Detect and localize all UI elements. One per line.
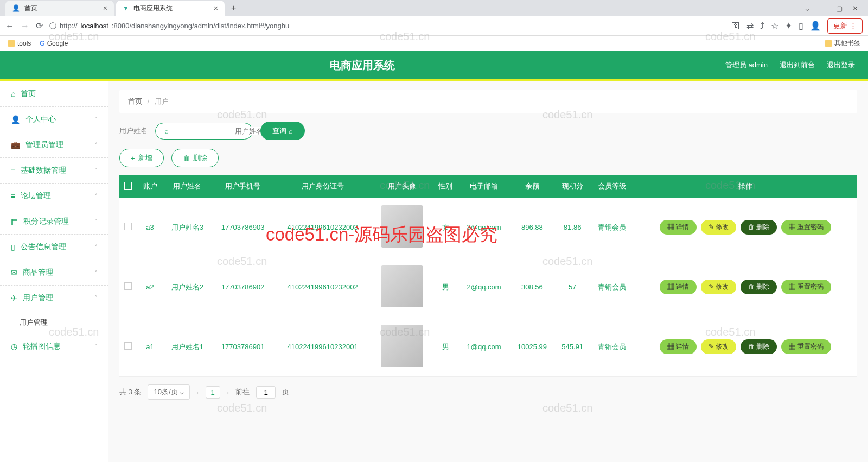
reset-pwd-button[interactable]: ▦ 重置密码 [781,280,831,294]
star-icon[interactable]: ☆ [771,21,778,31]
sidebar-item-8[interactable]: ✈用户管理˄ [0,286,108,311]
pagination: 共 3 条 10条/页 ⌵ ‹ 1 › 前往 页 [119,384,857,400]
folder-icon [825,40,832,47]
delete-button[interactable]: 🗑删除 [171,149,219,167]
reload-icon[interactable]: ⟳ [36,21,43,31]
sidebar-item-5[interactable]: ▦积分记录管理˅ [0,209,108,235]
sidebar: ⌂首页👤个人中心˅💼管理员管理˅≡基础数据管理˅≡论坛管理˅▦积分记录管理˅▯公… [0,81,108,462]
cell-level: 青铜会员 [590,257,634,317]
action-row: +新增 🗑删除 [119,149,857,167]
pagesize-select[interactable]: 10条/页 ⌵ [148,384,190,400]
browser-tab-home[interactable]: 👤 首页 × [5,1,114,16]
to-frontend-link[interactable]: 退出到前台 [780,60,815,70]
bookmark-tools[interactable]: tools [8,40,31,47]
sidebar-submenu-user[interactable]: 用户管理 [0,311,108,334]
key-icon[interactable]: ⚿ [731,21,740,31]
cell-account: a3 [137,198,163,257]
sidebar-item-4[interactable]: ≡论坛管理˅ [0,184,108,209]
col-header-6: 性别 [432,175,458,198]
bookmark-google[interactable]: GGoogle [40,40,68,47]
maximize-icon[interactable]: ▢ [836,4,843,12]
delete-row-button[interactable]: 🗑 删除 [741,339,777,354]
logout-link[interactable]: 退出登录 [827,60,855,70]
search-icon: ⌕ [164,127,169,135]
breadcrumb-home[interactable]: 首页 [128,97,142,105]
caret-icon[interactable]: ⌵ [805,4,809,12]
cell-email: 1@qq.com [458,317,509,377]
url-bar[interactable]: ⓘ http://localhost:8080/dianshangyingyon… [49,21,725,31]
reset-pwd-button[interactable]: ▦ 重置密码 [781,339,831,354]
close-window-icon[interactable]: ✕ [852,4,858,12]
goto-pre: 前往 [235,387,250,397]
goto-input[interactable] [256,386,276,399]
sidebar-item-7[interactable]: ✉商品管理˅ [0,260,108,286]
minimize-icon[interactable]: — [819,4,826,12]
chevron-down-icon: ˅ [94,116,98,123]
sidebar-item-9[interactable]: ◷轮播图信息˅ [0,334,108,359]
next-page[interactable]: › [227,388,229,396]
checkbox-all[interactable] [124,182,132,190]
chevron-up-icon: ˄ [94,295,98,302]
edit-button[interactable]: ✎ 修改 [701,220,736,235]
close-icon[interactable]: × [103,4,107,12]
menu-icon: ▯ [11,243,15,251]
cell-phone: 17703786901 [212,317,274,377]
avatar [381,325,423,367]
tab-bar: 👤 首页 × ▼ 电商应用系统 × + ⌵ — ▢ ✕ [0,0,868,16]
detail-button[interactable]: ▦ 详情 [660,280,696,294]
row-checkbox[interactable] [124,223,132,230]
table-row: a1 用户姓名1 17703786901 410224199610232001 … [119,317,857,377]
search-label: 用户姓名 [119,126,148,136]
col-header-10: 会员等级 [590,175,634,198]
panel-icon[interactable]: ▯ [799,21,803,31]
row-checkbox[interactable] [124,342,132,350]
detail-button[interactable]: ▦ 详情 [660,220,696,235]
cell-email: 3@qq.com [458,198,509,257]
admin-label[interactable]: 管理员 admin [725,60,768,70]
extensions-icon[interactable]: ✦ [785,21,792,31]
edit-button[interactable]: ✎ 修改 [701,339,736,354]
page-number[interactable]: 1 [206,386,220,399]
col-header-8: 余额 [509,175,554,198]
back-icon[interactable]: ← [5,21,14,31]
update-button[interactable]: 更新⋮ [827,18,863,34]
browser-chrome: 👤 首页 × ▼ 电商应用系统 × + ⌵ — ▢ ✕ ← → ⟳ ⓘ http… [0,0,868,51]
menu-label: 积分记录管理 [23,217,69,226]
col-header-5: 用户头像 [371,175,432,198]
sidebar-item-6[interactable]: ▯公告信息管理˅ [0,235,108,260]
search-input-wrap: ⌕ [155,123,253,140]
forward-icon[interactable]: → [21,21,29,31]
reset-pwd-button[interactable]: ▦ 重置密码 [781,220,831,235]
delete-row-button[interactable]: 🗑 删除 [741,220,777,235]
bookmark-other[interactable]: 其他书签 [825,39,860,48]
url-prefix: http:// [60,22,78,30]
new-tab-button[interactable]: + [227,1,240,15]
cell-ops: ▦ 详情 ✎ 修改 🗑 删除 ▦ 重置密码 [634,198,857,257]
search-button[interactable]: 查询 ⌕ [260,122,305,140]
browser-tab-app[interactable]: ▼ 电商应用系统 × [116,1,225,16]
close-icon[interactable]: × [214,4,218,12]
row-checkbox[interactable] [124,282,132,290]
prev-page[interactable]: ‹ [196,388,199,396]
cell-balance: 896.88 [509,198,554,257]
total-label: 共 3 条 [119,387,141,397]
detail-button[interactable]: ▦ 详情 [660,339,696,354]
chevron-down-icon: ˅ [94,193,98,200]
profile-icon[interactable]: 👤 [810,21,821,31]
menu-label: 基础数据管理 [21,166,66,175]
cell-gender: 男 [432,257,458,317]
sidebar-item-1[interactable]: 👤个人中心˅ [0,107,108,132]
col-header-7: 电子邮箱 [458,175,509,198]
translate-icon[interactable]: ⇄ [746,21,754,31]
sidebar-item-2[interactable]: 💼管理员管理˅ [0,132,108,158]
add-button[interactable]: +新增 [119,149,164,167]
share-icon[interactable]: ⤴ [760,21,764,31]
sidebar-item-0[interactable]: ⌂首页 [0,81,108,107]
menu-label: 商品管理 [23,268,53,277]
sidebar-item-3[interactable]: ≡基础数据管理˅ [0,158,108,184]
chevron-down-icon: ˅ [94,244,98,251]
edit-button[interactable]: ✎ 修改 [701,280,736,294]
delete-row-button[interactable]: 🗑 删除 [741,280,777,294]
search-input[interactable] [172,127,263,135]
cell-gender: 女 [432,198,458,257]
